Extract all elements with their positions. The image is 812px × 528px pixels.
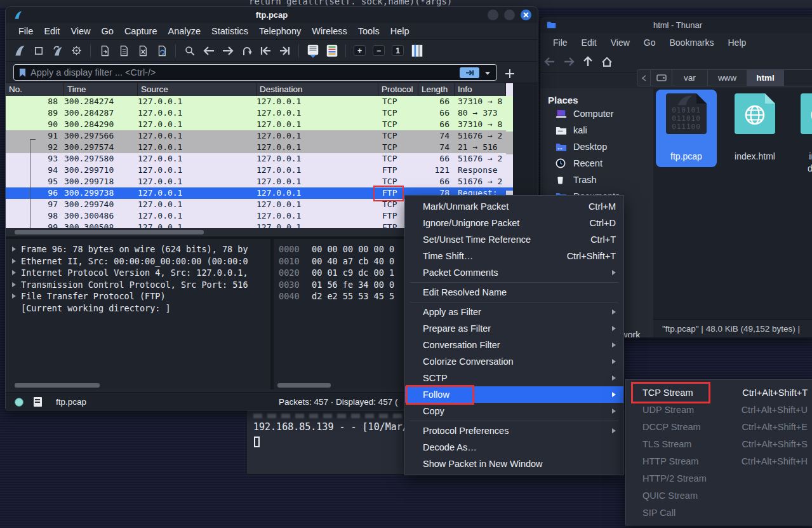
zoom-in-button[interactable]: +	[351, 43, 368, 59]
find-packet-button[interactable]	[181, 43, 198, 59]
column-header-length[interactable]: Length	[418, 83, 455, 96]
context-menu-item-decode-as-[interactable]: Decode As…	[405, 439, 623, 456]
sidebar-item-trash[interactable]: Trash	[540, 172, 653, 188]
packet-row[interactable]: 90300.284290127.0.0.1127.0.0.1TCP6637310…	[6, 119, 506, 130]
thunar-menu-help[interactable]: Help	[728, 37, 747, 48]
open-file-button[interactable]	[96, 43, 113, 59]
expander-icon[interactable]	[12, 259, 16, 264]
forward-button[interactable]	[559, 53, 578, 70]
splitter-handle-dots[interactable]: ..........	[276, 240, 295, 242]
packet-detail-line[interactable]: Internet Protocol Version 4, Src: 127.0.…	[6, 267, 270, 279]
context-menu-item-time-shift-[interactable]: Time Shift…Ctrl+Shift+T	[405, 248, 623, 264]
thunar-titlebar[interactable]: html - Thunar	[540, 17, 812, 33]
thunar-menu-file[interactable]: File	[553, 37, 568, 48]
expander-icon[interactable]	[12, 247, 16, 252]
maximize-button[interactable]	[504, 10, 515, 20]
follow-submenu-item-http-stream[interactable]: HTTP StreamCtrl+Alt+Shift+H	[626, 452, 812, 470]
reload-file-button[interactable]	[153, 43, 170, 59]
packet-row[interactable]: 88300.284274127.0.0.1127.0.0.1TCP6637310…	[6, 96, 506, 107]
follow-submenu-item-http-2-stream[interactable]: HTTP/2 Stream	[626, 470, 812, 487]
thunar-menu-view[interactable]: View	[611, 37, 630, 48]
menu-analyze[interactable]: Analyze	[168, 26, 201, 36]
expander-icon[interactable]	[12, 270, 16, 275]
packet-row[interactable]: 94300.299710127.0.0.1127.0.0.1FTP121Resp…	[6, 165, 506, 176]
follow-submenu-item-sip-call[interactable]: SIP Call	[626, 504, 812, 521]
thunar-menu-bookmarks[interactable]: Bookmarks	[669, 37, 714, 48]
go-forward-button[interactable]	[219, 43, 236, 59]
sidebar-item-kali[interactable]: kali	[540, 122, 653, 139]
menu-capture[interactable]: Capture	[124, 26, 157, 36]
capture-options-button[interactable]	[68, 43, 85, 59]
column-header-time[interactable]: Time	[64, 83, 138, 96]
context-menu-item-protocol-preferences[interactable]: Protocol Preferences	[405, 423, 623, 439]
save-file-button[interactable]	[115, 43, 132, 59]
restart-capture-button[interactable]	[49, 43, 66, 59]
details-hscrollbar[interactable]	[15, 383, 100, 388]
context-menu-item-follow[interactable]: Follow	[405, 386, 623, 403]
packet-detail-line[interactable]: File Transfer Protocol (FTP)	[6, 290, 270, 302]
packet-row[interactable]: 95300.299718127.0.0.1127.0.0.1TCP6651676…	[6, 176, 506, 187]
expander-icon[interactable]	[12, 282, 16, 287]
thunar-menu-go[interactable]: Go	[644, 37, 656, 48]
file-list-view[interactable]: 010101011010011100ftp.pcapindex.htmlinde…	[653, 88, 812, 319]
packet-row[interactable]: 91300.297566127.0.0.1127.0.0.1TCP7451676…	[6, 130, 506, 142]
menu-statistics[interactable]: Statistics	[211, 26, 248, 36]
menu-edit[interactable]: Edit	[44, 26, 60, 36]
column-header-no[interactable]: No.	[6, 83, 64, 96]
context-menu-item-colorize-conversation[interactable]: Colorize Conversation	[405, 353, 623, 370]
close-file-button[interactable]	[134, 43, 151, 59]
context-menu-item-apply-as-filter[interactable]: Apply as Filter	[405, 304, 623, 320]
first-packet-button[interactable]	[257, 43, 274, 59]
packet-row[interactable]: 92300.297574127.0.0.1127.0.0.1TCP7421 → …	[6, 142, 506, 153]
last-packet-button[interactable]	[276, 43, 293, 59]
zoom-out-button[interactable]: −	[370, 43, 387, 59]
file-tile-index-debian[interactable]: index.debian	[790, 90, 812, 167]
go-to-packet-button[interactable]	[238, 43, 255, 59]
add-filter-button[interactable]	[505, 69, 514, 78]
context-menu-item-mark-unmark-packet[interactable]: Mark/Unmark PacketCtrl+M	[405, 198, 623, 215]
packet-list-header[interactable]: No.TimeSourceDestinationProtocolLengthIn…	[6, 83, 506, 96]
packet-detail-line[interactable]: Frame 96: 78 bytes on wire (624 bits), 7…	[6, 243, 270, 255]
stop-capture-button[interactable]	[30, 43, 47, 59]
display-filter-input[interactable]: Apply a display filter ... <Ctrl-/>	[13, 64, 497, 81]
resize-columns-button[interactable]	[408, 43, 425, 59]
context-menu-item-set-unset-time-reference[interactable]: Set/Unset Time ReferenceCtrl+T	[405, 231, 623, 248]
sidebar-item-recent[interactable]: Recent	[540, 155, 653, 172]
context-menu-item-edit-resolved-name[interactable]: Edit Resolved Name	[405, 284, 623, 301]
context-menu-item-show-packet-in-new-window[interactable]: Show Packet in New Window	[405, 456, 623, 472]
menu-help[interactable]: Help	[390, 26, 409, 36]
minimize-button[interactable]	[488, 10, 498, 20]
file-tile-ftp-pcap[interactable]: 010101011010011100ftp.pcap	[656, 90, 717, 167]
follow-submenu-item-dccp-stream[interactable]: DCCP StreamCtrl+Alt+Shift+E	[626, 418, 812, 435]
context-menu-item-packet-comments[interactable]: Packet Comments	[405, 264, 623, 281]
close-button[interactable]	[521, 10, 531, 20]
context-menu-item-ignore-unignore-packet[interactable]: Ignore/Unignore PacketCtrl+D	[405, 215, 623, 231]
apply-filter-button[interactable]	[460, 67, 479, 78]
menu-tools[interactable]: Tools	[358, 26, 380, 36]
menu-view[interactable]: View	[70, 26, 90, 36]
sidebar-item-desktop[interactable]: Desktop	[540, 139, 653, 155]
packet-detail-line[interactable]: Ethernet II, Src: 00:00:00_00:00:00 (00:…	[6, 255, 270, 267]
follow-submenu-item-quic-stream[interactable]: QUIC Stream	[626, 487, 812, 504]
packet-row[interactable]: 93300.297580127.0.0.1127.0.0.1TCP6651676…	[6, 153, 506, 165]
context-menu-item-conversation-filter[interactable]: Conversation Filter	[405, 337, 623, 353]
follow-submenu-item-tcp-stream[interactable]: TCP StreamCtrl+Alt+Shift+T	[626, 384, 812, 401]
splitter-handle-dots[interactable]: ..........	[130, 240, 149, 242]
capture-comment-icon[interactable]	[34, 397, 42, 407]
follow-submenu-item-tls-stream[interactable]: TLS StreamCtrl+Alt+Shift+S	[626, 435, 812, 452]
expert-info-icon[interactable]	[15, 398, 23, 407]
menu-go[interactable]: Go	[102, 26, 114, 36]
packet-detail-line[interactable]: [Current working directory: ]	[6, 302, 270, 315]
follow-submenu-item-udp-stream[interactable]: UDP StreamCtrl+Alt+Shift+U	[626, 401, 812, 418]
filter-dropdown-caret[interactable]	[485, 72, 490, 75]
packet-detail-line[interactable]: Transmission Control Protocol, Src Port:…	[6, 279, 270, 291]
up-button[interactable]	[578, 53, 597, 70]
bytes-hscrollbar[interactable]	[277, 383, 331, 388]
menu-file[interactable]: File	[18, 26, 33, 36]
column-header-info[interactable]: Info	[455, 83, 506, 96]
packet-row[interactable]: 89300.284287127.0.0.1127.0.0.1TCP6680 → …	[6, 107, 506, 119]
auto-scroll-button[interactable]	[304, 43, 321, 59]
expander-icon[interactable]	[12, 294, 16, 299]
context-menu-item-copy[interactable]: Copy	[405, 403, 623, 419]
file-tile-index-html[interactable]: index.html	[724, 90, 785, 167]
